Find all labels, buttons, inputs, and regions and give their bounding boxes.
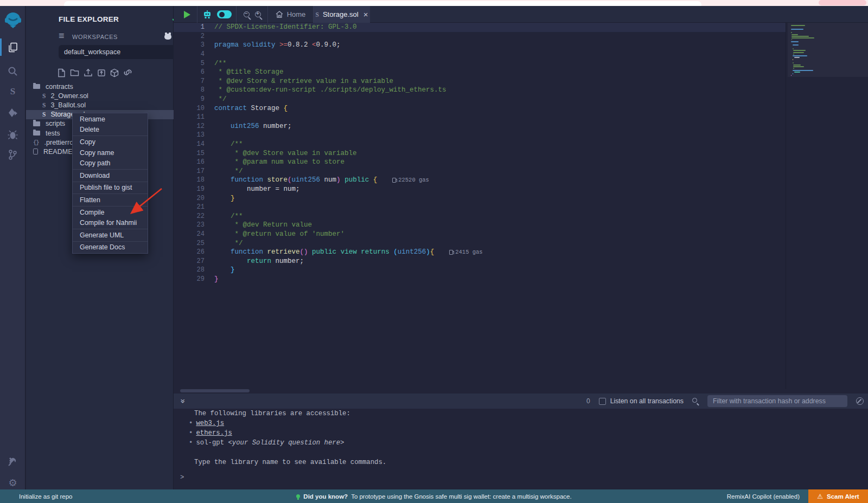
code-text: function store(uint256 num) public {	[214, 176, 377, 184]
workspace-selected-value: default_workspace	[64, 48, 178, 56]
code-text: * @dev Store & retrieve value in a varia…	[214, 78, 393, 85]
deploy-run-icon[interactable]	[0, 104, 25, 123]
line-number: 27	[174, 257, 205, 265]
new-folder-icon[interactable]	[70, 68, 79, 78]
transaction-count-badge: 0	[586, 397, 590, 405]
ipfs-cube-icon[interactable]	[110, 68, 119, 78]
search-icon[interactable]	[0, 61, 25, 81]
hamburger-menu-icon[interactable]: ≡	[59, 32, 65, 40]
plugin-manager-icon[interactable]	[0, 452, 25, 471]
terminal-output[interactable]: The following libraries are accessible:•…	[174, 409, 868, 489]
code-line-11: 11	[174, 113, 786, 122]
copilot-status-label[interactable]: RemixAI Copilot (enabled)	[727, 493, 800, 500]
code-text: }	[214, 195, 235, 202]
minimap-code-line	[791, 25, 805, 26]
tab-storage-sol[interactable]: S Storage.sol ×	[314, 6, 370, 23]
line-number: 10	[174, 105, 205, 112]
terminal-controls: 0 Listen on all transactions	[586, 395, 868, 407]
scam-alert-button[interactable]: ⚠ Scam Alert	[808, 489, 868, 503]
code-line-12: 12 uint256 number;	[174, 122, 786, 131]
minimap-code-line	[793, 59, 793, 60]
menu-item-copy-path[interactable]: Copy path	[73, 158, 148, 169]
code-line-26: 26 function retrieve() public view retur…	[174, 248, 786, 257]
transaction-filter-input[interactable]	[707, 395, 847, 407]
file-explorer-icon[interactable]	[0, 37, 25, 57]
git-icon[interactable]	[0, 145, 25, 164]
tree-item-contracts[interactable]: contracts	[26, 82, 174, 91]
upload-folder-icon[interactable]	[97, 68, 106, 78]
menu-separator	[73, 241, 148, 242]
line-number: 13	[174, 131, 205, 139]
code-text: // SPDX-License-Identifier: GPL-3.0	[214, 23, 357, 31]
code-text: */	[214, 240, 243, 247]
link-icon[interactable]	[123, 68, 132, 78]
terminal-line: •ethers.js	[174, 428, 868, 438]
upload-file-icon[interactable]	[84, 68, 93, 78]
line-number: 21	[174, 203, 205, 211]
minimap-code-line	[793, 66, 804, 67]
status-bar: Initialize as git repo Did you know? To …	[0, 489, 868, 503]
panel-title: FILE EXPLORER	[59, 15, 119, 23]
menu-item-delete[interactable]: Delete	[73, 125, 148, 136]
remix-logo[interactable]	[0, 8, 25, 32]
menu-separator	[73, 136, 148, 136]
init-git-repo-button[interactable]: Initialize as git repo	[19, 493, 72, 500]
minimap-code-line	[792, 36, 809, 37]
annotation-arrow	[125, 184, 174, 219]
expand-terminal-icon[interactable]: »	[178, 398, 188, 403]
minimap-code-line	[791, 41, 799, 42]
code-line-3: 3pragma solidity >=0.8.2 <0.9.0;	[174, 41, 786, 50]
solidity-file-icon: S	[316, 11, 319, 18]
menu-item-generate-uml[interactable]: Generate UML	[73, 230, 148, 241]
listen-checkbox[interactable]	[599, 398, 606, 405]
line-number: 18	[174, 176, 205, 184]
menu-item-copy[interactable]: Copy	[73, 137, 148, 147]
menu-item-download[interactable]: Download	[73, 170, 148, 181]
terminal-header-bar: » 0 Listen on all transactions	[174, 394, 868, 409]
clear-console-icon[interactable]	[856, 397, 864, 405]
menu-item-generate-docs[interactable]: Generate Docs	[73, 242, 148, 253]
tree-item-2-owner-sol[interactable]: S2_Owner.sol	[26, 91, 174, 100]
line-number: 7	[174, 78, 205, 85]
code-text: /**	[214, 140, 243, 148]
tree-item-3-ballot-sol[interactable]: S3_Ballot.sol	[26, 100, 174, 109]
code-line-1: 1// SPDX-License-Identifier: GPL-3.0	[174, 23, 786, 32]
tab-home[interactable]: Home	[268, 6, 314, 23]
lightbulb-icon	[296, 494, 300, 498]
code-text: * @custom:dev-run-script ./scripts/deplo…	[214, 86, 446, 94]
code-editor[interactable]: 1// SPDX-License-Identifier: GPL-3.023pr…	[174, 23, 868, 389]
code-line-7: 7 * @dev Store & retrieve value in a var…	[174, 77, 786, 86]
menu-item-rename[interactable]: Rename	[73, 114, 148, 125]
menu-item-copy-name[interactable]: Copy name	[73, 147, 148, 158]
code-line-17: 17 */	[174, 167, 786, 176]
debugger-icon[interactable]	[0, 125, 25, 145]
horizontal-scrollbar-thumb[interactable]	[180, 389, 250, 392]
close-tab-icon[interactable]: ×	[363, 10, 368, 19]
solidity-compiler-icon[interactable]: S	[0, 82, 25, 101]
terminal-prompt[interactable]: >	[180, 474, 184, 481]
code-line-21: 21	[174, 203, 786, 212]
line-number: 2	[174, 33, 205, 40]
folder-icon	[33, 121, 40, 126]
new-file-icon[interactable]	[58, 68, 66, 78]
zoom-out-icon[interactable]: −	[244, 11, 250, 17]
solidity-file-icon: S	[42, 93, 46, 99]
line-number: 19	[174, 185, 205, 193]
menu-item-compile-for-nahmii[interactable]: Compile for Nahmii	[73, 217, 148, 228]
library-link-web3-js[interactable]: web3.js	[196, 420, 224, 427]
home-icon	[276, 11, 283, 18]
fuel-pump-icon	[449, 250, 453, 255]
terminal-search-icon[interactable]	[692, 398, 699, 404]
minimap[interactable]	[788, 23, 868, 389]
minimap-code-line	[792, 34, 798, 35]
zoom-in-icon[interactable]: +	[255, 11, 261, 17]
code-line-25: 25 */	[174, 238, 786, 248]
run-script-button[interactable]	[177, 6, 197, 23]
robot-icon[interactable]	[202, 10, 212, 19]
workspace-select[interactable]: default_workspace	[59, 45, 192, 59]
copilot-toggle[interactable]	[217, 10, 232, 18]
minimap-code-line	[793, 55, 807, 56]
line-number: 15	[174, 150, 205, 157]
tip-title: Did you know?	[303, 493, 348, 500]
library-link-ethers-js[interactable]: ethers.js	[196, 429, 232, 437]
